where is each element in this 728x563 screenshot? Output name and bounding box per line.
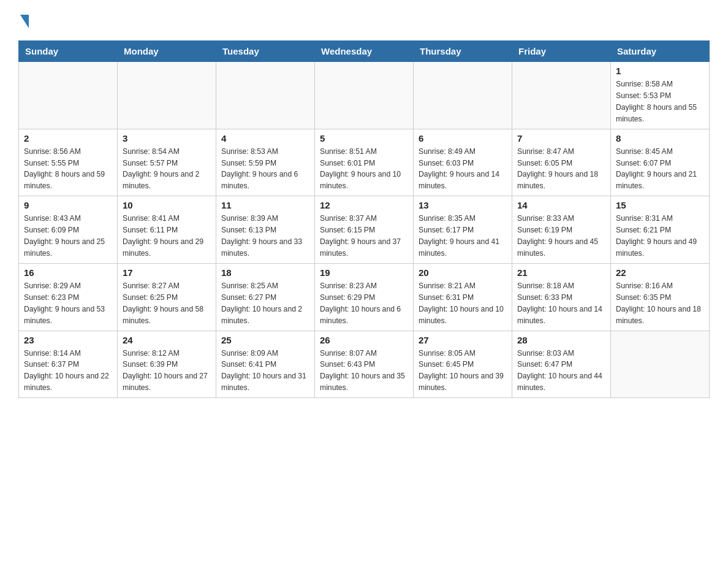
calendar-cell: 24Sunrise: 8:12 AMSunset: 6:39 PMDayligh… (118, 331, 216, 398)
calendar-cell: 7Sunrise: 8:47 AMSunset: 6:05 PMDaylight… (512, 129, 611, 196)
calendar-cell (512, 62, 611, 129)
day-number: 1 (616, 66, 704, 76)
calendar-cell: 10Sunrise: 8:41 AMSunset: 6:11 PMDayligh… (118, 196, 216, 264)
calendar-week-4: 16Sunrise: 8:29 AMSunset: 6:23 PMDayligh… (19, 263, 710, 331)
calendar-cell: 4Sunrise: 8:53 AMSunset: 5:59 PMDaylight… (216, 129, 315, 196)
day-number: 10 (123, 200, 211, 210)
day-number: 28 (517, 335, 605, 345)
calendar-cell: 12Sunrise: 8:37 AMSunset: 6:15 PMDayligh… (315, 196, 414, 264)
day-number: 8 (616, 133, 704, 144)
day-info: Sunrise: 8:41 AMSunset: 6:11 PMDaylight:… (123, 213, 211, 259)
calendar-cell: 28Sunrise: 8:03 AMSunset: 6:47 PMDayligh… (512, 331, 611, 398)
calendar-cell: 19Sunrise: 8:23 AMSunset: 6:29 PMDayligh… (315, 263, 414, 331)
calendar-cell (611, 331, 710, 398)
day-info: Sunrise: 8:21 AMSunset: 6:31 PMDaylight:… (419, 280, 507, 327)
day-number: 24 (123, 335, 211, 345)
day-info: Sunrise: 8:56 AMSunset: 5:55 PMDaylight:… (24, 146, 112, 193)
day-number: 23 (24, 335, 112, 345)
day-number: 21 (517, 267, 605, 278)
calendar-cell: 1Sunrise: 8:58 AMSunset: 5:53 PMDaylight… (611, 62, 710, 129)
calendar-cell: 15Sunrise: 8:31 AMSunset: 6:21 PMDayligh… (611, 196, 710, 264)
calendar-cell: 14Sunrise: 8:33 AMSunset: 6:19 PMDayligh… (512, 196, 611, 264)
calendar-cell: 20Sunrise: 8:21 AMSunset: 6:31 PMDayligh… (414, 263, 512, 331)
day-info: Sunrise: 8:53 AMSunset: 5:59 PMDaylight:… (221, 146, 309, 193)
calendar-cell: 13Sunrise: 8:35 AMSunset: 6:17 PMDayligh… (414, 196, 512, 264)
calendar-week-5: 23Sunrise: 8:14 AMSunset: 6:37 PMDayligh… (19, 331, 710, 398)
calendar-cell: 11Sunrise: 8:39 AMSunset: 6:13 PMDayligh… (216, 196, 315, 264)
calendar-table: SundayMondayTuesdayWednesdayThursdayFrid… (18, 40, 710, 398)
calendar-week-2: 2Sunrise: 8:56 AMSunset: 5:55 PMDaylight… (19, 129, 710, 196)
day-info: Sunrise: 8:18 AMSunset: 6:33 PMDaylight:… (517, 280, 605, 327)
day-info: Sunrise: 8:33 AMSunset: 6:19 PMDaylight:… (517, 213, 605, 259)
day-info: Sunrise: 8:14 AMSunset: 6:37 PMDaylight:… (24, 348, 112, 394)
calendar-cell: 6Sunrise: 8:49 AMSunset: 6:03 PMDaylight… (414, 129, 512, 196)
day-number: 20 (419, 267, 507, 278)
day-info: Sunrise: 8:45 AMSunset: 6:07 PMDaylight:… (616, 146, 704, 193)
day-number: 11 (221, 200, 309, 210)
calendar-cell (414, 62, 512, 129)
day-number: 14 (517, 200, 605, 210)
day-number: 17 (123, 267, 211, 278)
calendar-cell: 27Sunrise: 8:05 AMSunset: 6:45 PMDayligh… (414, 331, 512, 398)
day-info: Sunrise: 8:09 AMSunset: 6:41 PMDaylight:… (221, 348, 309, 394)
weekday-header-friday: Friday (512, 41, 611, 62)
weekday-header-tuesday: Tuesday (216, 41, 315, 62)
day-number: 13 (419, 200, 507, 210)
calendar-cell: 9Sunrise: 8:43 AMSunset: 6:09 PMDaylight… (19, 196, 118, 264)
day-info: Sunrise: 8:05 AMSunset: 6:45 PMDaylight:… (419, 348, 507, 394)
day-number: 26 (320, 335, 408, 345)
day-number: 3 (123, 133, 211, 144)
day-info: Sunrise: 8:35 AMSunset: 6:17 PMDaylight:… (419, 213, 507, 259)
calendar-cell: 18Sunrise: 8:25 AMSunset: 6:27 PMDayligh… (216, 263, 315, 331)
day-info: Sunrise: 8:54 AMSunset: 5:57 PMDaylight:… (123, 146, 211, 193)
calendar-cell: 16Sunrise: 8:29 AMSunset: 6:23 PMDayligh… (19, 263, 118, 331)
logo (18, 12, 29, 28)
day-info: Sunrise: 8:29 AMSunset: 6:23 PMDaylight:… (24, 280, 112, 327)
calendar-cell (315, 62, 414, 129)
weekday-header-saturday: Saturday (611, 41, 710, 62)
day-info: Sunrise: 8:27 AMSunset: 6:25 PMDaylight:… (123, 280, 211, 327)
day-info: Sunrise: 8:39 AMSunset: 6:13 PMDaylight:… (221, 213, 309, 259)
calendar-cell: 2Sunrise: 8:56 AMSunset: 5:55 PMDaylight… (19, 129, 118, 196)
day-number: 19 (320, 267, 408, 278)
day-info: Sunrise: 8:16 AMSunset: 6:35 PMDaylight:… (616, 280, 704, 327)
day-number: 25 (221, 335, 309, 345)
calendar-week-3: 9Sunrise: 8:43 AMSunset: 6:09 PMDaylight… (19, 196, 710, 264)
calendar-cell: 25Sunrise: 8:09 AMSunset: 6:41 PMDayligh… (216, 331, 315, 398)
weekday-header-wednesday: Wednesday (315, 41, 414, 62)
calendar-cell: 23Sunrise: 8:14 AMSunset: 6:37 PMDayligh… (19, 331, 118, 398)
calendar-cell: 17Sunrise: 8:27 AMSunset: 6:25 PMDayligh… (118, 263, 216, 331)
day-number: 7 (517, 133, 605, 144)
calendar-cell: 3Sunrise: 8:54 AMSunset: 5:57 PMDaylight… (118, 129, 216, 196)
logo-arrow-icon (20, 15, 29, 28)
day-info: Sunrise: 8:51 AMSunset: 6:01 PMDaylight:… (320, 146, 408, 193)
weekday-header-thursday: Thursday (414, 41, 512, 62)
calendar-cell (216, 62, 315, 129)
day-info: Sunrise: 8:12 AMSunset: 6:39 PMDaylight:… (123, 348, 211, 394)
day-info: Sunrise: 8:07 AMSunset: 6:43 PMDaylight:… (320, 348, 408, 394)
day-number: 6 (419, 133, 507, 144)
day-info: Sunrise: 8:23 AMSunset: 6:29 PMDaylight:… (320, 280, 408, 327)
day-number: 18 (221, 267, 309, 278)
calendar-cell: 21Sunrise: 8:18 AMSunset: 6:33 PMDayligh… (512, 263, 611, 331)
calendar-cell: 8Sunrise: 8:45 AMSunset: 6:07 PMDaylight… (611, 129, 710, 196)
weekday-header-sunday: Sunday (19, 41, 118, 62)
day-number: 9 (24, 200, 112, 210)
calendar-cell: 26Sunrise: 8:07 AMSunset: 6:43 PMDayligh… (315, 331, 414, 398)
weekday-header-monday: Monday (118, 41, 216, 62)
day-info: Sunrise: 8:43 AMSunset: 6:09 PMDaylight:… (24, 213, 112, 259)
calendar-cell: 5Sunrise: 8:51 AMSunset: 6:01 PMDaylight… (315, 129, 414, 196)
calendar-cell: 22Sunrise: 8:16 AMSunset: 6:35 PMDayligh… (611, 263, 710, 331)
day-number: 22 (616, 267, 704, 278)
day-info: Sunrise: 8:47 AMSunset: 6:05 PMDaylight:… (517, 146, 605, 193)
day-info: Sunrise: 8:37 AMSunset: 6:15 PMDaylight:… (320, 213, 408, 259)
calendar-week-1: 1Sunrise: 8:58 AMSunset: 5:53 PMDaylight… (19, 62, 710, 129)
day-info: Sunrise: 8:58 AMSunset: 5:53 PMDaylight:… (616, 79, 704, 125)
day-number: 4 (221, 133, 309, 144)
calendar-cell (19, 62, 118, 129)
page-header (18, 12, 710, 28)
day-number: 16 (24, 267, 112, 278)
day-number: 12 (320, 200, 408, 210)
calendar-cell (118, 62, 216, 129)
day-number: 2 (24, 133, 112, 144)
